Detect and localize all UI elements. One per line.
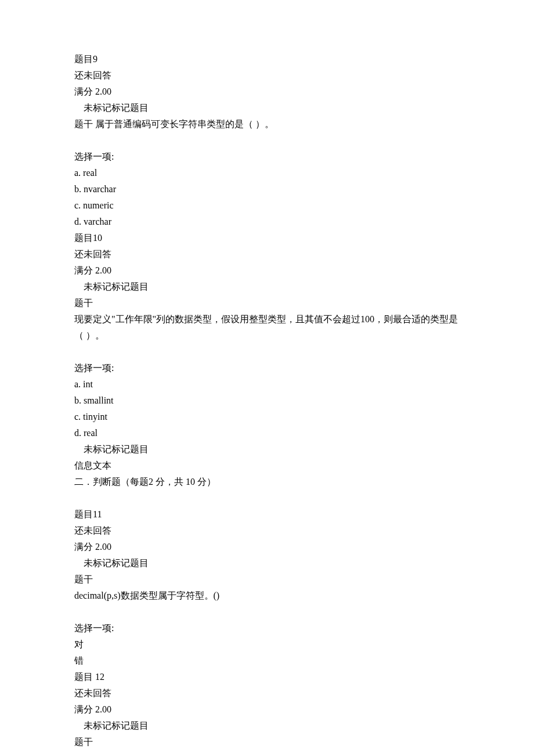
q10-stem-label: 题干	[74, 295, 464, 311]
q12-stem-label: 题干	[74, 734, 464, 750]
q11-choose-label: 选择一项:	[74, 620, 464, 636]
spacer	[74, 604, 464, 620]
q10-option-b[interactable]: b. smallint	[74, 393, 464, 409]
q11-status: 还未回答	[74, 523, 464, 539]
q11-option-true[interactable]: 对	[74, 636, 464, 653]
q9-title: 题目9	[74, 51, 464, 67]
q10-option-a[interactable]: a. int	[74, 376, 464, 393]
q12-flag: 未标记标记题目	[74, 718, 464, 734]
q10-option-c[interactable]: c. tinyint	[74, 409, 464, 425]
q9-option-c[interactable]: c. numeric	[74, 197, 464, 214]
section-2-heading: 二．判断题（每题2 分，共 10 分）	[74, 474, 464, 490]
q10-choose-label: 选择一项:	[74, 360, 464, 376]
q11-flag: 未标记标记题目	[74, 555, 464, 571]
q9-status: 还未回答	[74, 67, 464, 84]
info-label: 信息文本	[74, 458, 464, 474]
q9-full-score: 满分 2.00	[74, 84, 464, 100]
q9-flag: 未标记标记题目	[74, 100, 464, 116]
q10-stem-text: 现要定义"工作年限"列的数据类型，假设用整型类型，且其值不会超过100，则最合适…	[74, 311, 464, 344]
q10-status: 还未回答	[74, 246, 464, 262]
spacer	[74, 344, 464, 360]
spacer	[74, 132, 464, 149]
q9-stem-label: 题干	[74, 119, 93, 129]
spacer	[74, 490, 464, 506]
q12-title: 题目 12	[74, 669, 464, 685]
q9-option-a[interactable]: a. real	[74, 165, 464, 181]
q10-title: 题目10	[74, 230, 464, 246]
q12-status: 还未回答	[74, 685, 464, 701]
q10-flag: 未标记标记题目	[74, 279, 464, 295]
q11-title: 题目11	[74, 506, 464, 523]
q9-stem: 题干 属于普通编码可变长字符串类型的是（ ）。	[74, 116, 464, 132]
q9-stem-text: 属于普通编码可变长字符串类型的是（ ）。	[95, 119, 274, 129]
q10-full-score: 满分 2.00	[74, 262, 464, 279]
q9-option-b[interactable]: b. nvarchar	[74, 181, 464, 197]
q9-option-d[interactable]: d. varchar	[74, 214, 464, 230]
q11-full-score: 满分 2.00	[74, 539, 464, 555]
document-page: 题目9 还未回答 满分 2.00 未标记标记题目 题干 属于普通编码可变长字符串…	[0, 0, 534, 756]
q10-option-d[interactable]: d. real	[74, 425, 464, 441]
q11-stem-text: decimal(p,s)数据类型属于字符型。()	[74, 588, 464, 604]
q12-full-score: 满分 2.00	[74, 701, 464, 718]
q11-stem-label: 题干	[74, 571, 464, 588]
q10-flag2: 未标记标记题目	[74, 441, 464, 458]
q9-choose-label: 选择一项:	[74, 149, 464, 165]
q11-option-false[interactable]: 错	[74, 653, 464, 669]
